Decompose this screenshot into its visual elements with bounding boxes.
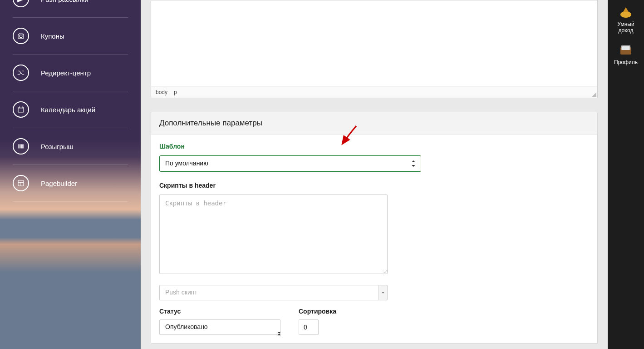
status-select-value: Опубликовано (160, 320, 280, 334)
sidebar: Push рассылки Купоны Редирект-центр Кале… (0, 0, 141, 349)
sidebar-item-label: Pagebuilder (41, 179, 77, 187)
sidebar-item-push[interactable]: Push рассылки (13, 0, 128, 18)
chevron-down-icon (379, 285, 388, 300)
scripts-header-textarea[interactable] (159, 194, 388, 274)
editor-resize-icon[interactable] (592, 92, 596, 97)
sidebar-item-label: Розыгрыш (41, 143, 74, 150)
sort-input[interactable] (299, 319, 319, 335)
barcode-icon (13, 138, 29, 155)
sidebar-item-raffle[interactable]: Розыгрыш (13, 128, 128, 165)
svg-rect-1 (18, 180, 24, 186)
svg-rect-0 (18, 107, 24, 112)
profile-item-profile[interactable]: Профиль (614, 45, 638, 65)
status-select[interactable]: Опубликовано (159, 319, 280, 335)
calendar-icon (13, 101, 29, 118)
profile-item-label: Умный (617, 21, 634, 27)
layout-icon (13, 175, 29, 191)
template-label: Шаблон (159, 143, 589, 150)
template-select[interactable]: По умолчанию (159, 155, 421, 172)
editor-content-area[interactable] (151, 0, 598, 86)
push-script-combobox[interactable]: Push скипт (159, 285, 388, 300)
chevron-up-down-icon (411, 160, 416, 167)
money-bag-icon (619, 6, 633, 18)
camera-icon (13, 28, 29, 44)
svg-rect-5 (622, 46, 629, 50)
profile-item-label: доход (617, 27, 634, 34)
profile-item-income[interactable]: Умный доход (617, 6, 634, 34)
main-content: body p Дополнительные параметры Шаблон П… (141, 0, 608, 349)
sidebar-item-label: Push рассылки (41, 0, 88, 3)
sort-label: Сортировка (299, 308, 336, 315)
push-script-value: Push скипт (159, 285, 379, 300)
sidebar-item-redirect[interactable]: Редирект-центр (13, 55, 128, 91)
panel-title: Дополнительные параметры (151, 112, 597, 135)
sidebar-item-label: Купоны (41, 32, 64, 40)
sidebar-item-coupons[interactable]: Купоны (13, 18, 128, 55)
sidebar-item-label: Календарь акций (41, 106, 95, 114)
editor-path-p[interactable]: p (174, 89, 177, 95)
panel-additional-params: Дополнительные параметры Шаблон По умолч… (151, 112, 598, 344)
profile-item-label: Профиль (614, 59, 638, 65)
profile-sidebar: Умный доход Профиль (608, 0, 644, 349)
scripts-header-label: Скрипты в header (159, 182, 589, 189)
status-label: Статус (159, 308, 280, 315)
template-select-value: По умолчанию (160, 156, 421, 170)
wallet-icon (619, 45, 633, 56)
editor-path-body[interactable]: body (156, 89, 167, 95)
sidebar-item-label: Редирект-центр (41, 69, 91, 77)
editor-status-bar: body p (151, 86, 598, 98)
sidebar-item-pagebuilder[interactable]: Pagebuilder (13, 165, 128, 202)
svg-point-2 (620, 11, 631, 18)
shuffle-icon (13, 65, 29, 81)
paper-plane-icon (13, 0, 29, 7)
sidebar-item-calendar[interactable]: Календарь акций (13, 91, 128, 128)
